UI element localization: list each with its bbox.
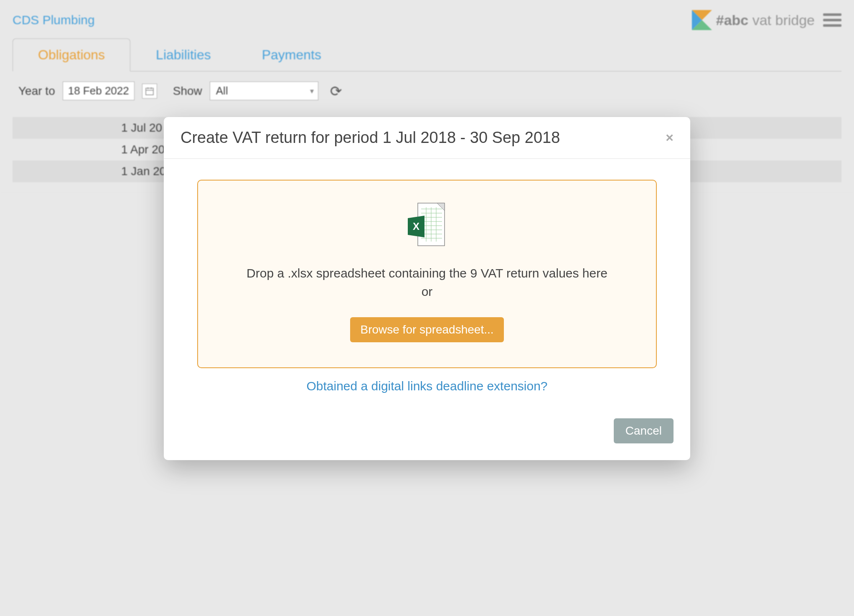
file-dropzone[interactable]: X Drop a .xlsx spreadsheet containing th…: [197, 180, 657, 368]
modal-header: Create VAT return for period 1 Jul 2018 …: [164, 117, 690, 159]
browse-button[interactable]: Browse for spreadsheet...: [350, 317, 503, 342]
deadline-extension-link[interactable]: Obtained a digital links deadline extens…: [197, 379, 657, 393]
svg-text:X: X: [413, 221, 419, 232]
modal-body: X Drop a .xlsx spreadsheet containing th…: [164, 159, 690, 406]
modal-backdrop: Create VAT return for period 1 Jul 2018 …: [0, 0, 854, 616]
dropzone-instructions: Drop a .xlsx spreadsheet containing the …: [211, 264, 643, 300]
create-vat-return-modal: Create VAT return for period 1 Jul 2018 …: [164, 117, 690, 460]
cancel-button[interactable]: Cancel: [614, 418, 674, 443]
modal-title: Create VAT return for period 1 Jul 2018 …: [180, 129, 560, 147]
modal-footer: Cancel: [164, 406, 690, 460]
close-icon[interactable]: ×: [666, 130, 674, 145]
excel-file-icon: X: [211, 201, 643, 247]
